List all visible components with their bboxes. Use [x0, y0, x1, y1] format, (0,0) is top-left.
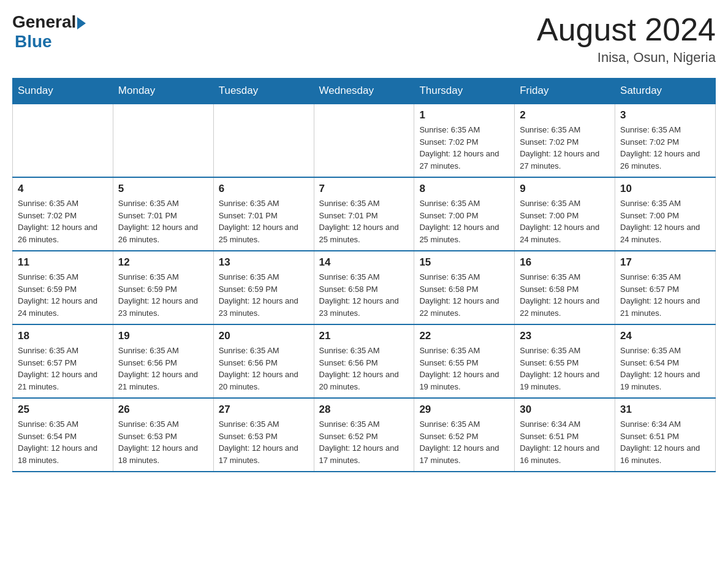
calendar-cell: 11Sunrise: 6:35 AMSunset: 6:59 PMDayligh… — [13, 251, 113, 324]
day-info: Sunrise: 6:34 AMSunset: 6:51 PMDaylight:… — [520, 418, 610, 466]
day-number: 14 — [319, 256, 409, 269]
calendar-cell: 30Sunrise: 6:34 AMSunset: 6:51 PMDayligh… — [515, 398, 615, 472]
calendar-week-row-1: 1Sunrise: 6:35 AMSunset: 7:02 PMDaylight… — [13, 104, 716, 177]
day-info: Sunrise: 6:35 AMSunset: 7:00 PMDaylight:… — [419, 197, 509, 245]
day-number: 17 — [620, 256, 710, 269]
day-number: 29 — [419, 404, 509, 416]
weekday-header-sunday: Sunday — [13, 79, 113, 104]
day-number: 3 — [620, 109, 710, 121]
day-info: Sunrise: 6:35 AMSunset: 7:02 PMDaylight:… — [18, 197, 108, 245]
day-number: 11 — [18, 256, 108, 269]
day-info: Sunrise: 6:35 AMSunset: 6:53 PMDaylight:… — [118, 418, 208, 466]
calendar-cell: 26Sunrise: 6:35 AMSunset: 6:53 PMDayligh… — [113, 398, 213, 472]
day-number: 22 — [419, 330, 509, 342]
calendar-cell: 1Sunrise: 6:35 AMSunset: 7:02 PMDaylight… — [414, 104, 515, 177]
day-info: Sunrise: 6:35 AMSunset: 6:52 PMDaylight:… — [419, 418, 509, 466]
calendar-cell: 15Sunrise: 6:35 AMSunset: 6:58 PMDayligh… — [414, 251, 515, 324]
calendar-cell: 31Sunrise: 6:34 AMSunset: 6:51 PMDayligh… — [615, 398, 716, 472]
calendar-cell: 23Sunrise: 6:35 AMSunset: 6:55 PMDayligh… — [515, 324, 615, 398]
day-info: Sunrise: 6:35 AMSunset: 7:00 PMDaylight:… — [520, 197, 610, 245]
day-number: 20 — [219, 330, 309, 342]
day-number: 31 — [620, 404, 710, 416]
day-number: 18 — [18, 330, 108, 342]
weekday-header-wednesday: Wednesday — [314, 79, 414, 104]
day-number: 25 — [18, 404, 108, 416]
day-number: 27 — [219, 404, 309, 416]
day-info: Sunrise: 6:35 AMSunset: 6:59 PMDaylight:… — [219, 271, 309, 319]
logo-general-text: General — [12, 12, 76, 32]
day-info: Sunrise: 6:35 AMSunset: 6:58 PMDaylight:… — [419, 271, 509, 319]
calendar-cell: 5Sunrise: 6:35 AMSunset: 7:01 PMDaylight… — [113, 177, 213, 251]
calendar-table: SundayMondayTuesdayWednesdayThursdayFrid… — [12, 78, 716, 472]
page-header: General Blue August 2024 Inisa, Osun, Ni… — [12, 12, 716, 66]
day-number: 30 — [520, 404, 610, 416]
calendar-cell — [13, 104, 113, 177]
day-number: 8 — [419, 183, 509, 195]
day-number: 24 — [620, 330, 710, 342]
day-info: Sunrise: 6:35 AMSunset: 6:55 PMDaylight:… — [520, 345, 610, 393]
day-info: Sunrise: 6:35 AMSunset: 6:57 PMDaylight:… — [620, 271, 710, 319]
day-info: Sunrise: 6:35 AMSunset: 6:54 PMDaylight:… — [18, 418, 108, 466]
day-info: Sunrise: 6:35 AMSunset: 6:56 PMDaylight:… — [118, 345, 208, 393]
calendar-cell: 14Sunrise: 6:35 AMSunset: 6:58 PMDayligh… — [314, 251, 414, 324]
calendar-cell: 6Sunrise: 6:35 AMSunset: 7:01 PMDaylight… — [213, 177, 314, 251]
day-info: Sunrise: 6:35 AMSunset: 6:56 PMDaylight:… — [319, 345, 409, 393]
calendar-cell: 20Sunrise: 6:35 AMSunset: 6:56 PMDayligh… — [213, 324, 314, 398]
day-number: 1 — [419, 109, 509, 121]
calendar-cell: 7Sunrise: 6:35 AMSunset: 7:01 PMDaylight… — [314, 177, 414, 251]
calendar-cell: 17Sunrise: 6:35 AMSunset: 6:57 PMDayligh… — [615, 251, 716, 324]
day-number: 16 — [520, 256, 610, 269]
day-number: 15 — [419, 256, 509, 269]
weekday-header-monday: Monday — [113, 79, 213, 104]
day-info: Sunrise: 6:35 AMSunset: 7:02 PMDaylight:… — [620, 124, 710, 172]
day-number: 5 — [118, 183, 208, 195]
day-number: 9 — [520, 183, 610, 195]
weekday-header-tuesday: Tuesday — [213, 79, 314, 104]
day-info: Sunrise: 6:35 AMSunset: 6:58 PMDaylight:… — [319, 271, 409, 319]
location-subtitle: Inisa, Osun, Nigeria — [537, 50, 716, 66]
calendar-week-row-3: 11Sunrise: 6:35 AMSunset: 6:59 PMDayligh… — [13, 251, 716, 324]
calendar-cell: 2Sunrise: 6:35 AMSunset: 7:02 PMDaylight… — [515, 104, 615, 177]
day-number: 23 — [520, 330, 610, 342]
day-number: 12 — [118, 256, 208, 269]
logo: General Blue — [12, 12, 86, 52]
day-info: Sunrise: 6:35 AMSunset: 7:02 PMDaylight:… — [419, 124, 509, 172]
day-info: Sunrise: 6:35 AMSunset: 6:56 PMDaylight:… — [219, 345, 309, 393]
day-number: 19 — [118, 330, 208, 342]
day-info: Sunrise: 6:35 AMSunset: 7:02 PMDaylight:… — [520, 124, 610, 172]
day-number: 21 — [319, 330, 409, 342]
calendar-cell: 29Sunrise: 6:35 AMSunset: 6:52 PMDayligh… — [414, 398, 515, 472]
calendar-cell: 18Sunrise: 6:35 AMSunset: 6:57 PMDayligh… — [13, 324, 113, 398]
day-number: 7 — [319, 183, 409, 195]
calendar-cell — [113, 104, 213, 177]
calendar-cell: 24Sunrise: 6:35 AMSunset: 6:54 PMDayligh… — [615, 324, 716, 398]
logo-arrow-icon — [77, 17, 86, 29]
day-info: Sunrise: 6:35 AMSunset: 6:59 PMDaylight:… — [18, 271, 108, 319]
weekday-header-friday: Friday — [515, 79, 615, 104]
calendar-cell: 12Sunrise: 6:35 AMSunset: 6:59 PMDayligh… — [113, 251, 213, 324]
calendar-cell: 27Sunrise: 6:35 AMSunset: 6:53 PMDayligh… — [213, 398, 314, 472]
day-info: Sunrise: 6:35 AMSunset: 6:55 PMDaylight:… — [419, 345, 509, 393]
day-info: Sunrise: 6:34 AMSunset: 6:51 PMDaylight:… — [620, 418, 710, 466]
calendar-cell: 22Sunrise: 6:35 AMSunset: 6:55 PMDayligh… — [414, 324, 515, 398]
calendar-cell: 25Sunrise: 6:35 AMSunset: 6:54 PMDayligh… — [13, 398, 113, 472]
calendar-cell: 4Sunrise: 6:35 AMSunset: 7:02 PMDaylight… — [13, 177, 113, 251]
day-info: Sunrise: 6:35 AMSunset: 7:01 PMDaylight:… — [319, 197, 409, 245]
day-info: Sunrise: 6:35 AMSunset: 7:01 PMDaylight:… — [118, 197, 208, 245]
day-info: Sunrise: 6:35 AMSunset: 6:59 PMDaylight:… — [118, 271, 208, 319]
calendar-week-row-4: 18Sunrise: 6:35 AMSunset: 6:57 PMDayligh… — [13, 324, 716, 398]
calendar-cell: 13Sunrise: 6:35 AMSunset: 6:59 PMDayligh… — [213, 251, 314, 324]
calendar-cell: 10Sunrise: 6:35 AMSunset: 7:00 PMDayligh… — [615, 177, 716, 251]
day-info: Sunrise: 6:35 AMSunset: 7:01 PMDaylight:… — [219, 197, 309, 245]
calendar-cell: 28Sunrise: 6:35 AMSunset: 6:52 PMDayligh… — [314, 398, 414, 472]
calendar-cell: 16Sunrise: 6:35 AMSunset: 6:58 PMDayligh… — [515, 251, 615, 324]
day-number: 10 — [620, 183, 710, 195]
title-area: August 2024 Inisa, Osun, Nigeria — [537, 12, 716, 66]
calendar-cell — [314, 104, 414, 177]
day-number: 13 — [219, 256, 309, 269]
calendar-cell: 8Sunrise: 6:35 AMSunset: 7:00 PMDaylight… — [414, 177, 515, 251]
day-number: 2 — [520, 109, 610, 121]
day-info: Sunrise: 6:35 AMSunset: 6:58 PMDaylight:… — [520, 271, 610, 319]
weekday-header-thursday: Thursday — [414, 79, 515, 104]
logo-blue-text: Blue — [15, 32, 86, 52]
